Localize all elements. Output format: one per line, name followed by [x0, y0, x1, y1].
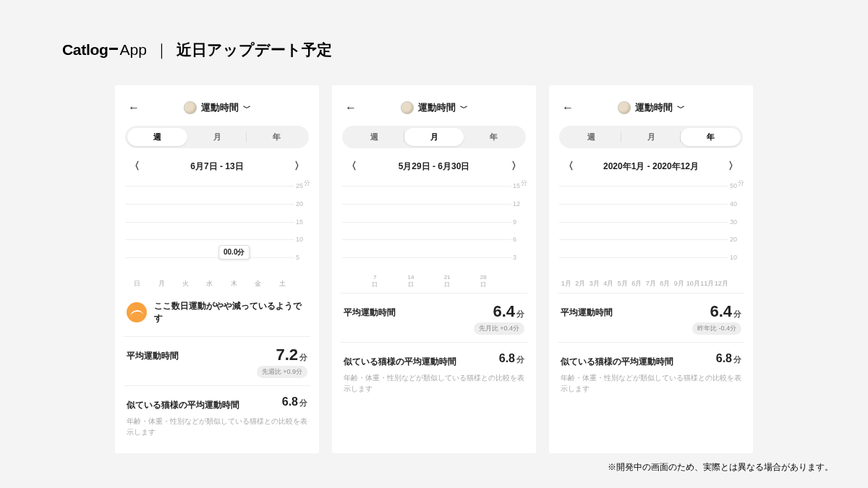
seg-option-year[interactable]: 年 — [464, 128, 524, 146]
phone-year: ← 運動時間 ﹀ 週月年 〈 2020年1月 - 2020年12月 〉 分102… — [549, 85, 753, 453]
title-dropdown[interactable]: 運動時間 ﹀ — [618, 101, 685, 114]
avg-unit: 分 — [299, 353, 307, 361]
similar-label: 似ている猫様の平均運動時間 — [127, 396, 239, 411]
back-button[interactable]: ← — [345, 101, 357, 114]
avg-value: 6.4 — [710, 302, 732, 320]
phones-row: ← 運動時間 ﹀ 週月年 〈 6月7日 - 13日 〉 分51015202500… — [0, 85, 868, 453]
page-header: CatlogApp ｜ 近日アップデート予定 — [62, 40, 332, 60]
similar-note: 年齢・体重・性別などが類似している猫様との比較を表示します — [342, 371, 526, 398]
seg-option-year[interactable]: 年 — [681, 128, 741, 146]
range-segment[interactable]: 週月年 — [125, 126, 309, 148]
avg-value: 6.4 — [493, 302, 515, 320]
chevron-down-icon: ﹀ — [460, 103, 468, 114]
seg-option-week[interactable]: 週 — [127, 128, 187, 146]
chart-week: 分51015202500.0分日月火水木金土 — [125, 180, 309, 288]
disclaimer: ※開発中の画面のため、実際とは異なる場合があります。 — [608, 461, 833, 474]
title-dropdown[interactable]: 運動時間 ﹀ — [184, 101, 251, 114]
seg-option-week[interactable]: 週 — [561, 128, 621, 146]
similar-value: 6.8 — [282, 395, 298, 408]
chart-month: 分36912157日14日21日28日 — [342, 180, 526, 288]
trend-down-icon — [127, 302, 147, 322]
similar-note: 年齢・体重・性別などが類似している猫様との比較を表示します — [559, 371, 743, 398]
divider — [558, 293, 744, 294]
insight-row: ここ数日運動がやや減っているようです — [125, 293, 309, 332]
phone-month: ← 運動時間 ﹀ 週月年 〈 5月29日 - 6月30日 〉 分36912157… — [332, 85, 536, 453]
phone-week: ← 運動時間 ﹀ 週月年 〈 6月7日 - 13日 〉 分51015202500… — [115, 85, 319, 453]
divider — [124, 336, 310, 337]
range-segment[interactable]: 週月年 — [559, 126, 743, 148]
prev-button[interactable]: 〈 — [559, 160, 578, 173]
similar-value: 6.8 — [499, 352, 515, 364]
avg-delta-badge: 昨年比 -0.4分 — [692, 322, 741, 335]
next-button[interactable]: 〉 — [290, 160, 309, 173]
seg-option-month[interactable]: 月 — [621, 128, 681, 146]
avg-label: 平均運動時間 — [344, 304, 396, 319]
title-dropdown[interactable]: 運動時間 ﹀ — [401, 101, 468, 114]
divider — [124, 385, 310, 386]
chevron-down-icon: ﹀ — [677, 103, 685, 114]
seg-option-week[interactable]: 週 — [344, 128, 404, 146]
back-button[interactable]: ← — [128, 101, 140, 114]
screen-title: 運動時間 — [418, 101, 456, 114]
logo-underscore — [109, 48, 118, 50]
logo-text-a: Catlog — [62, 41, 109, 59]
avg-value: 7.2 — [276, 346, 298, 364]
date-range: 5月29日 - 6月30日 — [399, 160, 470, 173]
prev-button[interactable]: 〈 — [342, 160, 361, 173]
next-button[interactable]: 〉 — [724, 160, 743, 173]
chevron-down-icon: ﹀ — [243, 103, 251, 114]
avatar-icon — [618, 101, 631, 114]
seg-option-month[interactable]: 月 — [404, 128, 464, 146]
header-subtitle: 近日アップデート予定 — [176, 40, 332, 60]
avg-delta-badge: 先月比 +0.4分 — [474, 322, 524, 335]
avatar-icon — [184, 101, 197, 114]
avg-label: 平均運動時間 — [127, 347, 179, 362]
similar-label: 似ている猫様の平均運動時間 — [561, 353, 673, 368]
bar-tooltip: 00.0分 — [218, 245, 250, 260]
seg-option-month[interactable]: 月 — [187, 128, 247, 146]
similar-value: 6.8 — [716, 352, 732, 364]
divider — [341, 342, 527, 343]
chart-year: 分10203040501月2月3月4月5月6月7月8月9月10月11月12月 — [559, 180, 743, 288]
avg-label: 平均運動時間 — [561, 304, 613, 319]
avatar-icon — [401, 101, 414, 114]
screen-title: 運動時間 — [635, 101, 673, 114]
prev-button[interactable]: 〈 — [125, 160, 144, 173]
divider — [341, 293, 527, 294]
similar-label: 似ている猫様の平均運動時間 — [344, 353, 456, 368]
logo-text-b: App — [120, 41, 147, 59]
header-separator: ｜ — [154, 40, 169, 60]
seg-option-year[interactable]: 年 — [247, 128, 307, 146]
range-segment[interactable]: 週月年 — [342, 126, 526, 148]
similar-note: 年齢・体重・性別などが類似している猫様との比較を表示します — [125, 414, 309, 442]
date-range: 2020年1月 - 2020年12月 — [603, 160, 699, 173]
date-range: 6月7日 - 13日 — [190, 160, 243, 173]
screen-title: 運動時間 — [201, 101, 239, 114]
divider — [558, 342, 744, 343]
next-button[interactable]: 〉 — [507, 160, 526, 173]
avg-delta-badge: 先週比 +0.9分 — [257, 366, 307, 378]
insight-text: ここ数日運動がやや減っているようです — [154, 300, 307, 325]
back-button[interactable]: ← — [562, 101, 574, 114]
